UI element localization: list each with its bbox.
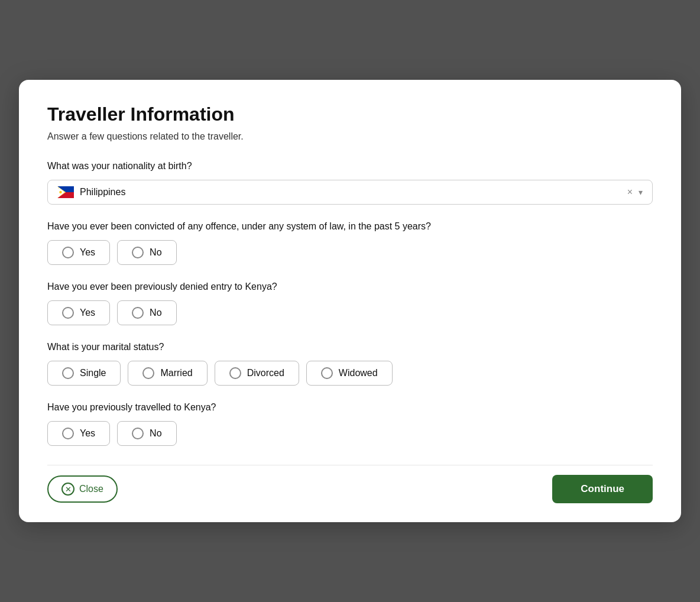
marital-status-section: What is your marital status? Single Marr… bbox=[47, 342, 653, 386]
marital-widowed-radio bbox=[321, 367, 333, 379]
close-label: Close bbox=[79, 484, 103, 494]
close-button[interactable]: ✕ Close bbox=[47, 475, 118, 503]
marital-status-radio-group: Single Married Divorced Widowed bbox=[47, 361, 653, 386]
conviction-no-label: No bbox=[150, 247, 161, 258]
denied-yes-label: Yes bbox=[80, 308, 95, 318]
conviction-section: Have you ever been convicted of any offe… bbox=[47, 221, 653, 265]
travelled-yes[interactable]: Yes bbox=[47, 421, 110, 446]
travelled-no[interactable]: No bbox=[117, 421, 176, 446]
denied-entry-question: Have you ever been previously denied ent… bbox=[47, 281, 653, 292]
marital-married-radio bbox=[142, 367, 154, 379]
marital-single[interactable]: Single bbox=[47, 361, 121, 386]
marital-divorced[interactable]: Divorced bbox=[215, 361, 299, 386]
modal-title: Traveller Information bbox=[47, 103, 653, 125]
marital-married[interactable]: Married bbox=[128, 361, 207, 386]
marital-widowed-label: Widowed bbox=[339, 368, 378, 378]
nationality-question: What was your nationality at birth? bbox=[47, 161, 653, 171]
philippines-flag-icon bbox=[57, 186, 74, 198]
marital-single-radio bbox=[62, 367, 74, 379]
denied-yes-radio bbox=[62, 307, 74, 319]
denied-no[interactable]: No bbox=[117, 300, 176, 325]
nationality-value: Philippines bbox=[80, 187, 125, 198]
travelled-no-label: No bbox=[150, 428, 161, 439]
conviction-yes-label: Yes bbox=[80, 247, 95, 258]
marital-single-label: Single bbox=[80, 368, 106, 378]
marital-divorced-radio bbox=[229, 367, 241, 379]
modal-footer: ✕ Close Continue bbox=[47, 465, 653, 503]
marital-widowed[interactable]: Widowed bbox=[306, 361, 393, 386]
conviction-no-radio bbox=[132, 247, 144, 258]
denied-no-radio bbox=[132, 307, 144, 319]
conviction-no[interactable]: No bbox=[117, 240, 176, 265]
nationality-select[interactable]: Philippines × ▾ bbox=[47, 180, 653, 205]
modal-subtitle: Answer a few questions related to the tr… bbox=[47, 131, 653, 142]
conviction-yes[interactable]: Yes bbox=[47, 240, 110, 265]
svg-point-5 bbox=[59, 191, 61, 193]
nationality-section: What was your nationality at birth? bbox=[47, 161, 653, 205]
marital-status-question: What is your marital status? bbox=[47, 342, 653, 352]
travelled-no-radio bbox=[132, 428, 144, 439]
traveller-info-modal: Traveller Information Answer a few quest… bbox=[19, 80, 681, 522]
travelled-question: Have you previously travelled to Kenya? bbox=[47, 402, 653, 413]
nationality-select-left: Philippines bbox=[57, 186, 125, 198]
travelled-yes-label: Yes bbox=[80, 428, 95, 439]
conviction-yes-radio bbox=[62, 247, 74, 258]
continue-button[interactable]: Continue bbox=[552, 475, 653, 503]
marital-married-label: Married bbox=[160, 368, 192, 378]
conviction-radio-group: Yes No bbox=[47, 240, 653, 265]
travelled-radio-group: Yes No bbox=[47, 421, 653, 446]
marital-divorced-label: Divorced bbox=[247, 368, 284, 378]
denied-yes[interactable]: Yes bbox=[47, 300, 110, 325]
chevron-down-icon: ▾ bbox=[639, 187, 643, 197]
travelled-section: Have you previously travelled to Kenya? … bbox=[47, 402, 653, 446]
denied-entry-radio-group: Yes No bbox=[47, 300, 653, 325]
nationality-select-right: × ▾ bbox=[627, 187, 643, 198]
close-circle-icon: ✕ bbox=[61, 483, 74, 496]
denied-entry-section: Have you ever been previously denied ent… bbox=[47, 281, 653, 325]
conviction-question: Have you ever been convicted of any offe… bbox=[47, 221, 653, 232]
travelled-yes-radio bbox=[62, 428, 74, 439]
denied-no-label: No bbox=[150, 308, 161, 318]
modal-overlay: Traveller Information Answer a few quest… bbox=[0, 0, 700, 602]
clear-icon[interactable]: × bbox=[627, 187, 633, 198]
